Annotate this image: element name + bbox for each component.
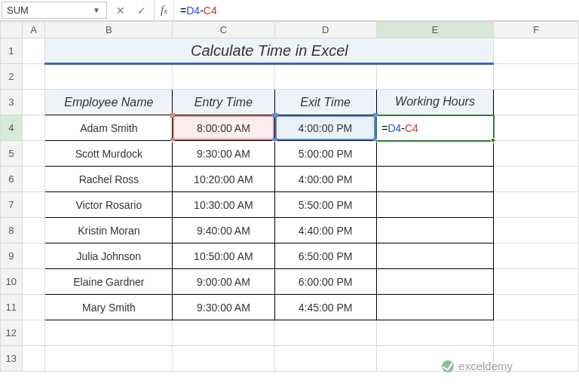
row-header-3[interactable]: 3 bbox=[1, 90, 23, 115]
row-header-11[interactable]: 11 bbox=[1, 295, 23, 320]
watermark-text: exceldemy bbox=[458, 360, 513, 372]
cell-F3[interactable] bbox=[494, 90, 579, 115]
header-entry-time[interactable]: Entry Time bbox=[173, 90, 274, 115]
header-working-hours[interactable]: Working Hours bbox=[376, 90, 494, 115]
accept-icon[interactable]: ✓ bbox=[137, 5, 146, 16]
row-header-5[interactable]: 5 bbox=[1, 141, 23, 167]
title-cell[interactable]: Calculate Time in Excel bbox=[45, 38, 494, 64]
cell-C9[interactable]: 10:50:00 AM bbox=[173, 243, 274, 269]
cell-B11[interactable]: Mary Smith bbox=[45, 295, 173, 320]
cell-C11[interactable]: 9:30:00 AM bbox=[173, 295, 274, 320]
cell-B8[interactable]: Kristin Moran bbox=[45, 218, 173, 243]
row-header-13[interactable]: 13 bbox=[1, 346, 23, 372]
col-header-C[interactable]: C bbox=[173, 22, 274, 38]
col-header-A[interactable]: A bbox=[22, 22, 45, 38]
cell-E9[interactable] bbox=[376, 243, 494, 269]
row-header-1[interactable]: 1 bbox=[1, 38, 23, 64]
cell-A4[interactable] bbox=[22, 115, 45, 141]
name-box-value: SUM bbox=[7, 5, 91, 16]
formula-bar-buttons: ✕ ✓ bbox=[109, 0, 155, 20]
col-header-E[interactable]: E bbox=[376, 22, 494, 38]
row-header-9[interactable]: 9 bbox=[1, 243, 23, 269]
cell-C4[interactable]: 8:00:00 AM bbox=[173, 115, 274, 141]
check-icon bbox=[442, 360, 454, 372]
cell-D9[interactable]: 6:50:00 PM bbox=[274, 243, 376, 269]
col-header-B[interactable]: B bbox=[45, 22, 173, 38]
cell-B6[interactable]: Rachel Ross bbox=[45, 167, 173, 192]
row-header-2[interactable]: 2 bbox=[1, 64, 23, 90]
cell-C5[interactable]: 9:30:00 AM bbox=[173, 141, 274, 167]
cell-B10[interactable]: Elaine Gardner bbox=[45, 269, 173, 295]
cell-B4[interactable]: Adam Smith bbox=[45, 115, 173, 141]
cell-D11[interactable]: 4:45:00 PM bbox=[274, 295, 376, 320]
cancel-icon[interactable]: ✕ bbox=[116, 5, 125, 16]
cell-E11[interactable] bbox=[376, 295, 494, 320]
fx-icon[interactable]: fx bbox=[155, 0, 174, 20]
cell-D7[interactable]: 5:50:00 PM bbox=[274, 192, 376, 218]
select-all-corner[interactable] bbox=[1, 22, 23, 38]
header-employee-name[interactable]: Employee Name bbox=[45, 90, 173, 115]
row-header-4[interactable]: 4 bbox=[1, 115, 23, 141]
cell-C6[interactable]: 10:20:00 AM bbox=[173, 167, 274, 192]
cell-F4[interactable] bbox=[494, 115, 579, 141]
header-exit-time[interactable]: Exit Time bbox=[274, 90, 376, 115]
row-header-8[interactable]: 8 bbox=[1, 218, 23, 243]
cell-E4-editing[interactable]: =D4-C4 bbox=[376, 115, 494, 141]
cell-D5[interactable]: 5:00:00 PM bbox=[274, 141, 376, 167]
col-header-D[interactable]: D bbox=[274, 22, 376, 38]
cell-E7[interactable] bbox=[376, 192, 494, 218]
cell-D6[interactable]: 4:00:00 PM bbox=[274, 167, 376, 192]
cell-D10[interactable]: 6:00:00 PM bbox=[274, 269, 376, 295]
cell-D8[interactable]: 4:40:00 PM bbox=[274, 218, 376, 243]
spreadsheet-grid[interactable]: A B C D E F 1 Calculate Time in Excel 2 … bbox=[0, 21, 579, 372]
formula-ref-d4: D4 bbox=[186, 5, 200, 17]
cell-A1[interactable] bbox=[22, 38, 45, 64]
cell-B9[interactable]: Julia Johnson bbox=[45, 243, 173, 269]
cell-E10[interactable] bbox=[376, 269, 494, 295]
cell-F1[interactable] bbox=[494, 38, 579, 64]
row-header-7[interactable]: 7 bbox=[1, 192, 23, 218]
cell-E6[interactable] bbox=[376, 167, 494, 192]
cell-E8[interactable] bbox=[376, 218, 494, 243]
row-header-12[interactable]: 12 bbox=[1, 320, 23, 346]
cell-D4[interactable]: 4:00:00 PM bbox=[274, 115, 376, 141]
cell-B5[interactable]: Scott Murdock bbox=[45, 141, 173, 167]
formula-input[interactable]: =D4-C4 bbox=[174, 0, 579, 20]
formula-bar: SUM ▼ ✕ ✓ fx =D4-C4 bbox=[0, 0, 579, 21]
col-header-F[interactable]: F bbox=[494, 22, 579, 38]
cell-C10[interactable]: 9:00:00 AM bbox=[173, 269, 274, 295]
cell-B7[interactable]: Victor Rosario bbox=[45, 192, 173, 218]
cell-C8[interactable]: 9:40:00 AM bbox=[173, 218, 274, 243]
row-header-6[interactable]: 6 bbox=[1, 167, 23, 192]
formula-eq: = bbox=[180, 5, 186, 17]
formula-ref-c4: C4 bbox=[204, 5, 217, 17]
cell-E5[interactable] bbox=[376, 141, 494, 167]
cell-C7[interactable]: 10:30:00 AM bbox=[173, 192, 274, 218]
name-box[interactable]: SUM ▼ bbox=[2, 2, 107, 19]
chevron-down-icon[interactable]: ▼ bbox=[91, 6, 102, 14]
cell-A3[interactable] bbox=[22, 90, 45, 115]
watermark: exceldemy bbox=[442, 360, 513, 372]
row-header-10[interactable]: 10 bbox=[1, 269, 23, 295]
